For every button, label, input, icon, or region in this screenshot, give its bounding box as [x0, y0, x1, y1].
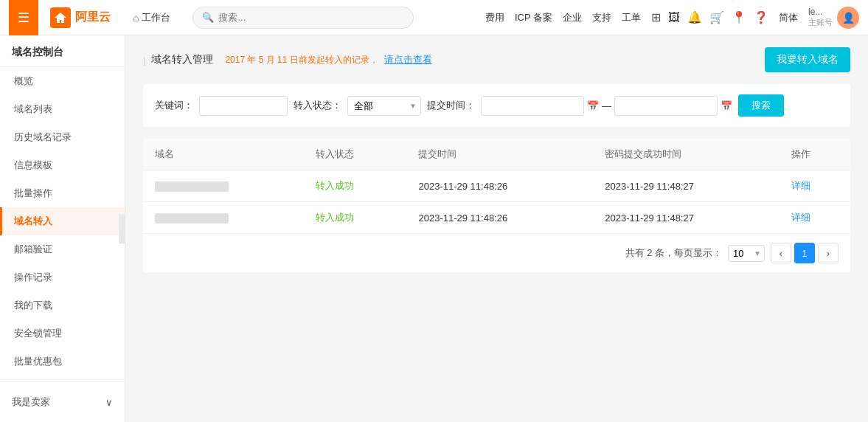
filter-bar: 关键词： 转入状态： 全部 转入成功 转入失败 处理中 等待密码 ▼ 提交时间：…	[143, 84, 850, 127]
row1-password-time: 2023-11-29 11:48:27	[593, 170, 780, 202]
date-start-input[interactable]	[481, 96, 584, 116]
row1-detail-link[interactable]: 详细	[791, 180, 810, 191]
grid-icon[interactable]: ⊞	[651, 10, 661, 24]
cart-icon[interactable]: 🛒	[709, 10, 724, 24]
hamburger-menu[interactable]: ☰	[9, 0, 38, 35]
breadcrumb: | 域名转入管理 2017 年 5 月 11 日前发起转入的记录， 请点击查看	[143, 53, 432, 66]
user-info-text: le... 主账号	[808, 7, 833, 28]
search-input[interactable]	[218, 12, 404, 23]
sidebar: 域名控制台 概览 域名列表 历史域名记录 信息模板 批量操作 域名转入 邮箱验证…	[0, 35, 125, 422]
row1-action: 详细	[780, 170, 850, 202]
row2-detail-link[interactable]: 详细	[791, 212, 810, 223]
row2-domain	[143, 202, 304, 234]
logo-text: 阿里云	[75, 10, 111, 25]
notice-link[interactable]: 请点击查看	[384, 53, 432, 66]
page-1-button[interactable]: 1	[794, 243, 815, 263]
sidebar-group-pingan[interactable]: 我是平安	[0, 416, 125, 422]
nav-icon-group: ⊞ 🖼 🔔 🛒 📍 ❓	[651, 10, 768, 24]
sidebar-collapse-button[interactable]: ‹	[119, 214, 125, 243]
main-layout: 域名控制台 概览 域名列表 历史域名记录 信息模板 批量操作 域名转入 邮箱验证…	[0, 35, 868, 422]
row1-domain	[143, 170, 304, 202]
row2-password-time: 2023-11-29 11:48:27	[593, 202, 780, 234]
page-size-select[interactable]: 10 20 50 100	[728, 245, 765, 262]
nav-fee[interactable]: 费用	[485, 11, 504, 24]
user-name: le...	[808, 7, 833, 17]
sidebar-group-seller[interactable]: 我是卖家 ∨	[0, 388, 125, 416]
image-icon[interactable]: 🖼	[668, 11, 680, 24]
sidebar-item-email-verify[interactable]: 邮箱验证	[0, 235, 125, 263]
sidebar-item-op-record[interactable]: 操作记录	[0, 263, 125, 291]
menu-icon: ☰	[18, 10, 29, 26]
col-status: 转入状态	[304, 139, 406, 170]
sidebar-item-my-downloads[interactable]: 我的下载	[0, 291, 125, 319]
domain-blurred-1	[155, 181, 229, 192]
row2-status: 转入成功	[304, 202, 406, 234]
sidebar-item-domain-transfer[interactable]: 域名转入	[0, 207, 125, 235]
table-wrapper: 域名 转入状态 提交时间 密码提交成功时间 操作 转入成功	[143, 139, 850, 272]
bell-icon[interactable]: 🔔	[687, 10, 702, 24]
user-sub-label: 主账号	[808, 17, 833, 28]
pagination-total-text: 共有 2 条，每页显示：	[625, 246, 722, 260]
chevron-prev-icon: ‹	[780, 248, 782, 259]
sidebar-item-history[interactable]: 历史域名记录	[0, 123, 125, 151]
page-1-label: 1	[802, 248, 807, 259]
chevron-next-icon: ›	[827, 248, 830, 259]
row2-submit-time: 2023-11-29 11:48:26	[406, 202, 593, 234]
nav-ticket[interactable]: 工单	[622, 11, 641, 24]
logo-area: 阿里云	[38, 7, 122, 28]
nav-icp[interactable]: ICP 备案	[515, 11, 552, 24]
status-label: 转入状态：	[294, 99, 341, 112]
pagination-bar: 共有 2 条，每页显示： 10 20 50 100 ▼ ‹ 1	[143, 233, 850, 272]
location-icon[interactable]: 📍	[732, 10, 746, 24]
status-badge-2: 转入成功	[316, 212, 354, 223]
sidebar-divider	[0, 381, 125, 382]
domain-table: 域名 转入状态 提交时间 密码提交成功时间 操作 转入成功	[143, 139, 850, 233]
search-icon: 🔍	[202, 12, 214, 23]
workbench-link[interactable]: ⌂ 工作台	[122, 0, 181, 35]
nav-enterprise[interactable]: 企业	[563, 11, 582, 24]
notice-text: 2017 年 5 月 11 日前发起转入的记录，	[225, 54, 378, 66]
help-icon[interactable]: ❓	[754, 10, 768, 24]
calendar-start-icon: 📅	[587, 100, 599, 111]
row1-status: 转入成功	[304, 170, 406, 202]
search-button[interactable]: 搜索	[738, 94, 784, 117]
sidebar-item-info-template[interactable]: 信息模板	[0, 151, 125, 179]
page-header: | 域名转入管理 2017 年 5 月 11 日前发起转入的记录， 请点击查看 …	[143, 47, 850, 72]
col-submit-time: 提交时间	[406, 139, 593, 170]
table-body: 转入成功 2023-11-29 11:48:26 2023-11-29 11:4…	[143, 170, 850, 234]
prev-page-button[interactable]: ‹	[771, 243, 791, 263]
sidebar-title: 域名控制台	[0, 35, 125, 67]
language-switch[interactable]: 简体	[779, 11, 798, 24]
chevron-down-icon: ∨	[105, 397, 113, 408]
nav-support[interactable]: 支持	[592, 11, 611, 24]
status-badge-1: 转入成功	[316, 180, 354, 191]
main-content-area: | 域名转入管理 2017 年 5 月 11 日前发起转入的记录， 请点击查看 …	[125, 35, 868, 422]
calendar-end-icon: 📅	[721, 100, 732, 111]
sidebar-item-batch-coupon[interactable]: 批量优惠包	[0, 347, 125, 376]
workbench-label: 工作台	[142, 11, 170, 24]
sidebar-item-overview[interactable]: 概览	[0, 67, 125, 95]
user-menu[interactable]: le... 主账号 👤	[808, 7, 859, 29]
date-label: 提交时间：	[427, 99, 475, 112]
home-icon: ⌂	[133, 12, 139, 24]
transfer-domain-button[interactable]: 我要转入域名	[765, 47, 850, 72]
date-range: 📅 — 📅	[481, 96, 732, 116]
page-title: 域名转入管理	[151, 53, 213, 66]
global-search[interactable]: 🔍	[192, 7, 414, 29]
top-navigation: ☰ 阿里云 ⌂ 工作台 🔍 费用 ICP 备案 企业 支持 工单 ⊞ 🖼 🔔 🛒…	[0, 0, 868, 35]
sidebar-item-security-lock[interactable]: 安全锁管理	[0, 319, 125, 347]
logo-icon	[50, 7, 71, 28]
pagination-nav: ‹ 1 ›	[771, 243, 839, 263]
row2-action: 详细	[780, 202, 850, 234]
status-select[interactable]: 全部 转入成功 转入失败 处理中 等待密码	[347, 96, 421, 116]
domain-blurred-2	[155, 213, 229, 224]
next-page-button[interactable]: ›	[818, 243, 839, 263]
col-action: 操作	[780, 139, 850, 170]
date-end-input[interactable]	[614, 96, 718, 116]
sidebar-item-batch-ops[interactable]: 批量操作	[0, 179, 125, 207]
col-password-time: 密码提交成功时间	[593, 139, 780, 170]
keyword-input[interactable]	[199, 96, 288, 116]
table-row: 转入成功 2023-11-29 11:48:26 2023-11-29 11:4…	[143, 202, 850, 234]
sidebar-item-domain-list[interactable]: 域名列表	[0, 95, 125, 123]
user-avatar: 👤	[837, 7, 859, 29]
